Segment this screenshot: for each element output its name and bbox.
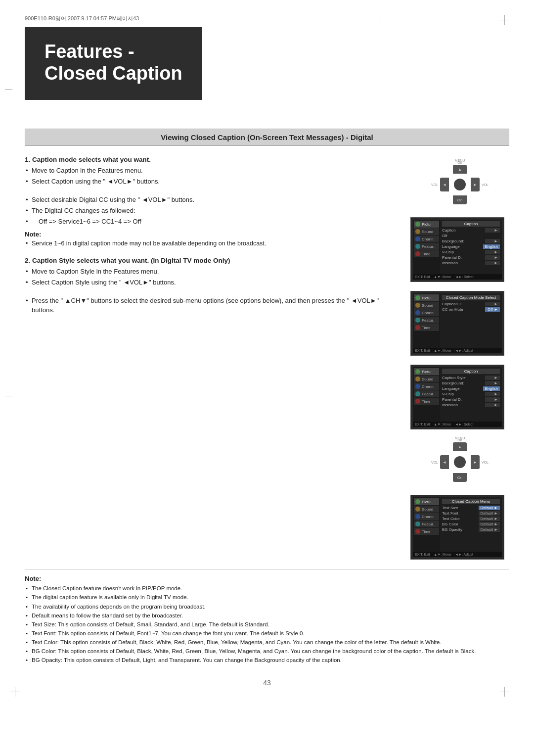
page-meta: 900E110-R0영어 2007.9.17 04:57 PM페이지43 xyxy=(25,15,509,22)
note2-label: Note: xyxy=(25,575,509,582)
step2-block: 2. Caption Style selects what you want. … xyxy=(25,257,399,287)
step1-bullet-2: Select Caption using the " ◄VOL►" button… xyxy=(25,177,399,187)
screen-mockup-2: Pictu Sound Chann. Featur. Time Closed C… xyxy=(410,291,504,356)
note2-item-7: BG Color: This option consists of Defaul… xyxy=(25,647,509,655)
remote1: On VOL MENU ▲ On ◄ xyxy=(410,161,509,205)
page-title-line1: Features - xyxy=(44,41,182,63)
note1-label: Note: xyxy=(25,231,399,238)
page-number: 43 xyxy=(25,679,509,687)
crosshair-bottom-left xyxy=(10,687,20,697)
bottom-notes: Note: The Closed Caption feature doesn't… xyxy=(25,569,509,664)
note2-item-5: Text Font: This option consists of Defau… xyxy=(25,629,509,637)
screen-mockup-4: Pictu Sound Chann. Featur. Time Closed C… xyxy=(410,495,504,560)
step2-bullets: Move to Caption Style in the Features me… xyxy=(25,267,399,287)
step2-bullet-2: Select Caption Style using the " ◄VOL►" … xyxy=(25,278,399,287)
page-title-line2: Closed Caption xyxy=(44,63,182,85)
step1-bullet-1: Move to Caption in the Features menu. xyxy=(25,166,399,176)
note2-item-4: Text Size: This option consists of Defau… xyxy=(25,620,509,628)
step1-bullets: Move to Caption in the Features menu. Se… xyxy=(25,166,399,187)
right-column: On VOL MENU ▲ On ◄ xyxy=(410,156,509,560)
title-block: Features - Closed Caption xyxy=(25,27,202,100)
note1-text: Service 1~6 in digital caption mode may … xyxy=(25,239,399,248)
step1-heading: 1. Caption mode selects what you want. xyxy=(25,156,399,163)
note2-item-6: Text Color: This option consists of Defa… xyxy=(25,638,509,646)
screen-mockup-1: Pictu Sound Chann. Featur. Time Caption … xyxy=(410,217,504,282)
crosshair-top-right xyxy=(499,15,509,25)
note2-item-8: BG Opacity: This option consists of Defa… xyxy=(25,656,509,664)
remote2: On VOL MENU ▲ On ◄ xyxy=(410,438,509,483)
doc-reference: 900E110-R0영어 2007.9.17 04:57 PM페이지43 xyxy=(25,15,139,22)
crosshair-bottom-right xyxy=(499,687,509,697)
step2-cont-block: Press the " ▲CH▼" buttons to select the … xyxy=(25,296,399,315)
step1-cont-bullet-1: Select desirable Digital CC using the " … xyxy=(25,195,399,205)
note2-item-0: The Closed Caption feature doesn't work … xyxy=(25,584,509,592)
step1-cont-block: Select desirable Digital CC using the " … xyxy=(25,195,399,248)
section-heading: Viewing Closed Caption (On-Screen Text M… xyxy=(25,129,509,146)
note1-block: Note: Service 1~6 in digital caption mod… xyxy=(25,231,399,248)
step1-cont-bullet-2: The Digital CC changes as followed: xyxy=(25,206,399,216)
note2-item-2: The availability of captions depends on … xyxy=(25,603,509,611)
step2-bullet-1: Move to Caption Style in the Features me… xyxy=(25,267,399,277)
side-marker-left-mid xyxy=(5,396,12,396)
note2-item-1: The digital caption feature is available… xyxy=(25,593,509,601)
note2-list: The Closed Caption feature doesn't work … xyxy=(25,584,509,664)
screen-mockup-3: Pictu Sound Chann. Featur. Time Caption … xyxy=(410,365,504,429)
step1-block: 1. Caption mode selects what you want. M… xyxy=(25,156,399,187)
step2-cont-bullets: Press the " ▲CH▼" buttons to select the … xyxy=(25,296,399,315)
side-marker-left-top xyxy=(5,89,12,90)
step2-heading: 2. Caption Style selects what you want. … xyxy=(25,257,399,264)
note2-item-3: Default means to follow the standard set… xyxy=(25,612,509,619)
step2-cont-bullet-1: Press the " ▲CH▼" buttons to select the … xyxy=(25,296,399,315)
step1-cont-bullets: Select desirable Digital CC using the " … xyxy=(25,195,399,227)
step1-cont-bullet-3: Off => Service1~6 => CC1~4 => Off xyxy=(25,217,399,227)
